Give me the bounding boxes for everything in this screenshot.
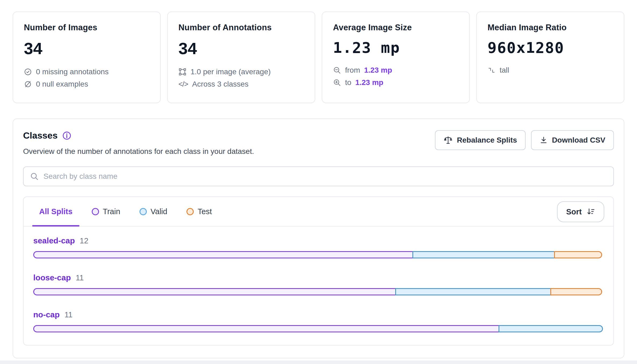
valid-segment bbox=[412, 251, 555, 258]
stat-detail: tall bbox=[488, 65, 613, 75]
class-row: no-cap 11 bbox=[33, 310, 604, 332]
code-icon: </> bbox=[178, 79, 188, 89]
tab-label: Test bbox=[197, 207, 212, 216]
classes-subtitle: Overview of the number of annotations fo… bbox=[23, 147, 254, 156]
stat-detail: 1.0 per image (average) bbox=[178, 67, 304, 77]
stat-value: 34 bbox=[178, 39, 304, 58]
max-size-link[interactable]: 1.23 mp bbox=[355, 78, 383, 87]
stat-detail-text: tall bbox=[500, 65, 509, 75]
class-name-link[interactable]: loose-cap bbox=[33, 273, 71, 282]
stat-cards-row: Number of Images 34 0 missing annotation… bbox=[0, 0, 637, 103]
tall-ratio-icon bbox=[488, 66, 496, 74]
bounding-box-icon bbox=[178, 68, 186, 76]
stat-title: Number of Images bbox=[24, 23, 149, 32]
stat-detail-text: 1.0 per image (average) bbox=[191, 67, 271, 77]
stat-card-image-size: Average Image Size 1.23 mp from 1.23 mp … bbox=[322, 12, 470, 103]
min-size-link[interactable]: 1.23 mp bbox=[364, 65, 392, 75]
class-row: sealed-cap 12 bbox=[33, 236, 604, 258]
valid-split-dot-icon bbox=[140, 208, 147, 215]
tab-train[interactable]: Train bbox=[85, 197, 127, 226]
split-distribution-bar bbox=[33, 325, 604, 332]
classes-card: Classes Overview of the number of annota… bbox=[13, 118, 624, 358]
stat-detail: 0 missing annotations bbox=[24, 67, 149, 77]
stat-card-images: Number of Images 34 0 missing annotation… bbox=[13, 12, 161, 103]
check-circle-icon bbox=[24, 68, 32, 76]
rebalance-splits-button[interactable]: Rebalance Splits bbox=[435, 130, 526, 150]
stat-detail: 0 null examples bbox=[24, 79, 149, 89]
train-split-dot-icon bbox=[92, 208, 99, 215]
class-count: 12 bbox=[80, 236, 88, 245]
tab-label: Train bbox=[103, 207, 120, 216]
stat-detail: from 1.23 mp bbox=[333, 65, 459, 75]
stat-title: Average Image Size bbox=[333, 23, 459, 32]
download-icon bbox=[540, 136, 548, 144]
search-input[interactable] bbox=[43, 172, 607, 181]
scale-icon bbox=[444, 136, 453, 145]
stat-detail: </> Across 3 classes bbox=[178, 79, 304, 89]
class-count: 11 bbox=[64, 310, 72, 319]
train-segment bbox=[33, 325, 499, 332]
stat-detail-text: to bbox=[345, 78, 351, 87]
test-segment bbox=[554, 251, 602, 258]
tab-all-splits[interactable]: All Splits bbox=[32, 197, 79, 226]
stat-card-image-ratio: Median Image Ratio 960x1280 tall bbox=[476, 12, 624, 103]
search-icon bbox=[30, 172, 39, 181]
stat-value: 34 bbox=[24, 39, 149, 58]
train-segment bbox=[33, 251, 413, 258]
class-count: 11 bbox=[76, 273, 84, 282]
split-tabs: All Splits Train Valid Test Sort bbox=[24, 197, 613, 226]
test-split-dot-icon bbox=[186, 208, 194, 215]
split-distribution-bar bbox=[33, 288, 604, 295]
class-rows: sealed-cap 12 loose-cap 11 bbox=[24, 226, 613, 332]
page-background-strip bbox=[0, 361, 637, 364]
tab-label: All Splits bbox=[39, 207, 72, 216]
stat-value: 1.23 mp bbox=[333, 39, 459, 56]
class-search[interactable] bbox=[23, 166, 614, 186]
zoom-in-icon bbox=[333, 79, 341, 87]
zoom-out-icon bbox=[333, 66, 341, 74]
stat-title: Median Image Ratio bbox=[488, 23, 613, 32]
valid-segment bbox=[395, 288, 551, 295]
tab-label: Valid bbox=[151, 207, 167, 216]
classes-title: Classes bbox=[23, 130, 58, 141]
stat-detail: to 1.23 mp bbox=[333, 78, 459, 87]
stat-title: Number of Annotations bbox=[178, 23, 304, 32]
tab-test[interactable]: Test bbox=[180, 197, 219, 226]
tab-valid[interactable]: Valid bbox=[133, 197, 174, 226]
sort-descending-icon bbox=[587, 207, 595, 216]
train-segment bbox=[33, 288, 396, 295]
class-row: loose-cap 11 bbox=[33, 273, 604, 295]
valid-segment bbox=[499, 325, 603, 332]
download-csv-button[interactable]: Download CSV bbox=[531, 130, 614, 150]
download-csv-label: Download CSV bbox=[552, 136, 605, 144]
stat-value: 960x1280 bbox=[488, 39, 613, 56]
splits-panel: All Splits Train Valid Test Sort bbox=[23, 196, 614, 346]
class-name-link[interactable]: no-cap bbox=[33, 310, 60, 319]
rebalance-splits-label: Rebalance Splits bbox=[457, 136, 517, 144]
sort-button[interactable]: Sort bbox=[557, 201, 604, 222]
null-icon bbox=[24, 80, 32, 88]
stat-detail-text: 0 null examples bbox=[36, 79, 88, 89]
info-icon[interactable] bbox=[63, 131, 71, 140]
sort-label: Sort bbox=[566, 207, 582, 216]
stat-detail-text: from bbox=[345, 65, 360, 75]
split-distribution-bar bbox=[33, 251, 604, 258]
stat-card-annotations: Number of Annotations 34 1.0 per image (… bbox=[167, 12, 315, 103]
test-segment bbox=[550, 288, 602, 295]
stat-detail-text: Across 3 classes bbox=[192, 79, 248, 89]
class-name-link[interactable]: sealed-cap bbox=[33, 236, 75, 245]
stat-detail-text: 0 missing annotations bbox=[36, 67, 109, 77]
